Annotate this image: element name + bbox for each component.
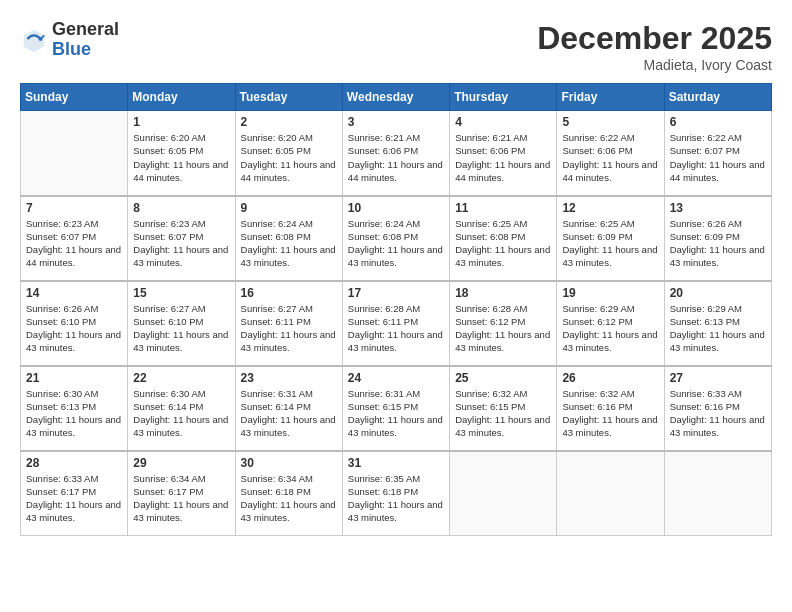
calendar-cell: 8Sunrise: 6:23 AM Sunset: 6:07 PM Daylig… (128, 196, 235, 281)
calendar-cell: 17Sunrise: 6:28 AM Sunset: 6:11 PM Dayli… (342, 281, 449, 366)
day-info: Sunrise: 6:29 AM Sunset: 6:12 PM Dayligh… (562, 302, 658, 355)
day-header-saturday: Saturday (664, 84, 771, 111)
calendar-cell: 30Sunrise: 6:34 AM Sunset: 6:18 PM Dayli… (235, 451, 342, 536)
day-info: Sunrise: 6:26 AM Sunset: 6:10 PM Dayligh… (26, 302, 122, 355)
calendar-cell: 10Sunrise: 6:24 AM Sunset: 6:08 PM Dayli… (342, 196, 449, 281)
calendar: SundayMondayTuesdayWednesdayThursdayFrid… (20, 83, 772, 536)
calendar-cell: 7Sunrise: 6:23 AM Sunset: 6:07 PM Daylig… (21, 196, 128, 281)
calendar-cell: 6Sunrise: 6:22 AM Sunset: 6:07 PM Daylig… (664, 111, 771, 196)
location: Madieta, Ivory Coast (537, 57, 772, 73)
calendar-cell: 22Sunrise: 6:30 AM Sunset: 6:14 PM Dayli… (128, 366, 235, 451)
day-info: Sunrise: 6:20 AM Sunset: 6:05 PM Dayligh… (241, 131, 337, 184)
day-number: 3 (348, 115, 444, 129)
day-number: 12 (562, 201, 658, 215)
calendar-cell: 16Sunrise: 6:27 AM Sunset: 6:11 PM Dayli… (235, 281, 342, 366)
calendar-cell: 27Sunrise: 6:33 AM Sunset: 6:16 PM Dayli… (664, 366, 771, 451)
calendar-cell: 24Sunrise: 6:31 AM Sunset: 6:15 PM Dayli… (342, 366, 449, 451)
calendar-cell (664, 451, 771, 536)
day-number: 21 (26, 371, 122, 385)
day-number: 30 (241, 456, 337, 470)
calendar-cell: 13Sunrise: 6:26 AM Sunset: 6:09 PM Dayli… (664, 196, 771, 281)
day-header-friday: Friday (557, 84, 664, 111)
day-number: 16 (241, 286, 337, 300)
calendar-cell: 5Sunrise: 6:22 AM Sunset: 6:06 PM Daylig… (557, 111, 664, 196)
day-number: 7 (26, 201, 122, 215)
day-number: 31 (348, 456, 444, 470)
day-info: Sunrise: 6:32 AM Sunset: 6:15 PM Dayligh… (455, 387, 551, 440)
calendar-cell: 25Sunrise: 6:32 AM Sunset: 6:15 PM Dayli… (450, 366, 557, 451)
day-number: 28 (26, 456, 122, 470)
day-header-sunday: Sunday (21, 84, 128, 111)
day-number: 10 (348, 201, 444, 215)
calendar-cell: 14Sunrise: 6:26 AM Sunset: 6:10 PM Dayli… (21, 281, 128, 366)
day-number: 4 (455, 115, 551, 129)
day-number: 17 (348, 286, 444, 300)
day-info: Sunrise: 6:21 AM Sunset: 6:06 PM Dayligh… (455, 131, 551, 184)
day-number: 6 (670, 115, 766, 129)
day-info: Sunrise: 6:32 AM Sunset: 6:16 PM Dayligh… (562, 387, 658, 440)
day-header-wednesday: Wednesday (342, 84, 449, 111)
day-info: Sunrise: 6:34 AM Sunset: 6:18 PM Dayligh… (241, 472, 337, 525)
day-number: 15 (133, 286, 229, 300)
day-info: Sunrise: 6:26 AM Sunset: 6:09 PM Dayligh… (670, 217, 766, 270)
calendar-cell: 20Sunrise: 6:29 AM Sunset: 6:13 PM Dayli… (664, 281, 771, 366)
calendar-cell: 26Sunrise: 6:32 AM Sunset: 6:16 PM Dayli… (557, 366, 664, 451)
calendar-cell: 3Sunrise: 6:21 AM Sunset: 6:06 PM Daylig… (342, 111, 449, 196)
calendar-cell: 31Sunrise: 6:35 AM Sunset: 6:18 PM Dayli… (342, 451, 449, 536)
svg-point-0 (39, 37, 43, 41)
calendar-cell (21, 111, 128, 196)
day-info: Sunrise: 6:29 AM Sunset: 6:13 PM Dayligh… (670, 302, 766, 355)
calendar-cell: 12Sunrise: 6:25 AM Sunset: 6:09 PM Dayli… (557, 196, 664, 281)
day-header-thursday: Thursday (450, 84, 557, 111)
calendar-cell: 11Sunrise: 6:25 AM Sunset: 6:08 PM Dayli… (450, 196, 557, 281)
day-number: 13 (670, 201, 766, 215)
day-info: Sunrise: 6:23 AM Sunset: 6:07 PM Dayligh… (26, 217, 122, 270)
day-info: Sunrise: 6:21 AM Sunset: 6:06 PM Dayligh… (348, 131, 444, 184)
day-info: Sunrise: 6:33 AM Sunset: 6:17 PM Dayligh… (26, 472, 122, 525)
day-number: 2 (241, 115, 337, 129)
day-number: 14 (26, 286, 122, 300)
logo-text: General Blue (52, 20, 119, 60)
day-info: Sunrise: 6:22 AM Sunset: 6:07 PM Dayligh… (670, 131, 766, 184)
day-info: Sunrise: 6:23 AM Sunset: 6:07 PM Dayligh… (133, 217, 229, 270)
day-info: Sunrise: 6:33 AM Sunset: 6:16 PM Dayligh… (670, 387, 766, 440)
calendar-cell (557, 451, 664, 536)
day-info: Sunrise: 6:30 AM Sunset: 6:14 PM Dayligh… (133, 387, 229, 440)
calendar-cell: 29Sunrise: 6:34 AM Sunset: 6:17 PM Dayli… (128, 451, 235, 536)
day-number: 20 (670, 286, 766, 300)
day-info: Sunrise: 6:25 AM Sunset: 6:09 PM Dayligh… (562, 217, 658, 270)
day-header-tuesday: Tuesday (235, 84, 342, 111)
calendar-cell (450, 451, 557, 536)
day-info: Sunrise: 6:35 AM Sunset: 6:18 PM Dayligh… (348, 472, 444, 525)
calendar-cell: 18Sunrise: 6:28 AM Sunset: 6:12 PM Dayli… (450, 281, 557, 366)
page-header: General Blue December 2025 Madieta, Ivor… (20, 20, 772, 73)
day-number: 11 (455, 201, 551, 215)
day-number: 27 (670, 371, 766, 385)
title-block: December 2025 Madieta, Ivory Coast (537, 20, 772, 73)
calendar-cell: 9Sunrise: 6:24 AM Sunset: 6:08 PM Daylig… (235, 196, 342, 281)
day-number: 1 (133, 115, 229, 129)
calendar-cell: 1Sunrise: 6:20 AM Sunset: 6:05 PM Daylig… (128, 111, 235, 196)
calendar-cell: 19Sunrise: 6:29 AM Sunset: 6:12 PM Dayli… (557, 281, 664, 366)
day-info: Sunrise: 6:31 AM Sunset: 6:14 PM Dayligh… (241, 387, 337, 440)
day-info: Sunrise: 6:28 AM Sunset: 6:11 PM Dayligh… (348, 302, 444, 355)
day-info: Sunrise: 6:24 AM Sunset: 6:08 PM Dayligh… (241, 217, 337, 270)
logo-general: General (52, 20, 119, 40)
day-number: 24 (348, 371, 444, 385)
day-number: 23 (241, 371, 337, 385)
day-number: 29 (133, 456, 229, 470)
day-number: 5 (562, 115, 658, 129)
month-title: December 2025 (537, 20, 772, 57)
day-number: 26 (562, 371, 658, 385)
day-info: Sunrise: 6:34 AM Sunset: 6:17 PM Dayligh… (133, 472, 229, 525)
calendar-cell: 4Sunrise: 6:21 AM Sunset: 6:06 PM Daylig… (450, 111, 557, 196)
day-number: 25 (455, 371, 551, 385)
day-number: 22 (133, 371, 229, 385)
calendar-cell: 2Sunrise: 6:20 AM Sunset: 6:05 PM Daylig… (235, 111, 342, 196)
calendar-cell: 21Sunrise: 6:30 AM Sunset: 6:13 PM Dayli… (21, 366, 128, 451)
calendar-cell: 15Sunrise: 6:27 AM Sunset: 6:10 PM Dayli… (128, 281, 235, 366)
day-number: 8 (133, 201, 229, 215)
logo-icon (20, 26, 48, 54)
day-info: Sunrise: 6:28 AM Sunset: 6:12 PM Dayligh… (455, 302, 551, 355)
day-number: 19 (562, 286, 658, 300)
